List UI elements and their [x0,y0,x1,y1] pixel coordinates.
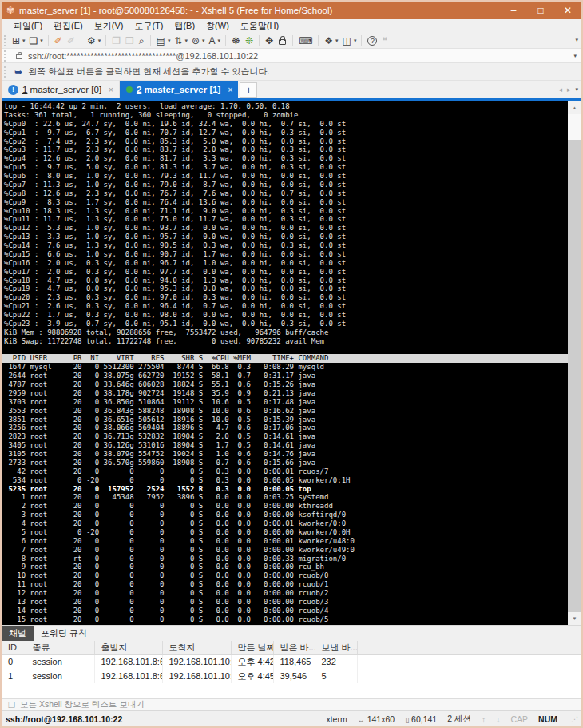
column-header[interactable]: 출발지 [94,641,162,654]
column-header[interactable]: ID [2,641,26,654]
toolbar-separator [150,35,151,46]
scroll-up-icon[interactable]: ▲ [568,101,581,114]
dropdown-caret-icon[interactable]: ▾ [218,38,221,44]
column-header[interactable]: 종류 [26,641,94,654]
terminal-line: %Cpu9 : 8.3 us, 1.7 sy, 0.0 ni, 76.4 id,… [4,198,568,207]
terminal-line: 13 root 20 0 0 0 0 S 0.0 0.0 0:00.00 rcu… [4,598,568,607]
maximize-button[interactable]: □ [527,2,554,19]
terminal-line: %Cpu4 : 12.6 us, 2.0 sy, 0.0 ni, 81.7 id… [4,154,568,163]
channel-table: ID종류출발지도착지만든 날짜받은 바...보낸 바... 0 session … [2,641,581,698]
channel-row[interactable]: 0 session 192.168.101.8:63... 192.168.10… [2,654,581,669]
address-input[interactable]: ssh://root:*****************************… [28,51,569,61]
cell-created: 오후 4:45... [231,669,273,683]
scroll-down-indicator-icon[interactable]: ↓ [496,714,500,724]
terminal-line: top - 16:44:42 up 2 min, 2 users, load a… [4,102,568,111]
terminal-line: %Cpu0 : 22.6 us, 24.7 sy, 0.0 ni, 19.6 i… [4,120,568,129]
panel-tab-strip: 채널포워딩 규칙 [2,626,581,641]
tab-scroll-right-icon[interactable]: ▸ [567,86,571,93]
terminal-line: %Cpu16 : 2.0 us, 0.3 sy, 0.0 ni, 96.7 id… [4,259,568,268]
info-bar-grip[interactable] [4,66,7,78]
caps-lock-indicator: CAP [510,714,528,724]
dropdown-caret-icon[interactable]: ▾ [22,38,26,44]
help-button: ? [365,36,379,46]
terminal-line: 3256 root 20 0 38.066g 569404 18896 S 4.… [4,424,568,432]
column-header[interactable]: 보낸 바... [315,641,357,654]
menu-item[interactable]: 탭(B) [169,19,200,33]
menu-item[interactable]: 도움말(H) [235,19,284,33]
toolbar-separator [48,35,49,46]
resize-grip-icon[interactable]: ⋰ [571,715,578,723]
toolbar: ⊞ ▾ ❏ ▾ [2,33,581,48]
dropdown-caret-icon[interactable]: ▾ [354,38,357,44]
column-header[interactable] [357,641,581,654]
address-history-caret[interactable]: ▾ [569,53,581,59]
session-tab-1[interactable]: ! 1 master_server [0] × [2,81,120,98]
toolbar-grip[interactable] [4,35,7,46]
terminal-line: 5 root 0 -20 0 0 0 S 0.0 0.0 0:00.00 kwo… [4,528,568,537]
virtual-keyboard-button: ⌨ [296,34,315,48]
add-session-arrow-icon[interactable]: ➥ [14,66,22,78]
session-tab-2[interactable]: 2 master_server [1] × [120,81,238,98]
multi-window-icon: ❐ [8,701,15,710]
address-bar-grip[interactable] [4,50,7,62]
terminal-line: %Cpu18 : 4.7 us, 0.0 sy, 0.0 ni, 94.0 id… [4,276,568,285]
panel-tab[interactable]: 채널 [2,626,34,641]
scroll-up-indicator-icon[interactable]: ↑ [482,714,486,724]
terminal-line: 7 root 20 0 0 0 0 S 0.0 0.0 0:00.00 kwor… [4,546,568,555]
terminal-line: %Cpu8 : 12.6 us, 2.3 sy, 0.0 ni, 76.7 id… [4,189,568,198]
terminal-line: 6 root 20 0 0 0 0 S 0.0 0.0 0:00.01 kwor… [4,537,568,546]
column-header[interactable]: 도착지 [162,641,231,654]
menu-item[interactable]: 파일(F) [8,19,48,33]
connect-button: ✐ [52,34,65,48]
tab-scroll-left-icon[interactable]: ◂ [558,86,562,93]
terminal-scrollbar[interactable]: ▲ ▼ [568,101,581,625]
terminal-line: 14 root 20 0 0 0 0 S 0.0 0.0 0:00.00 rcu… [4,607,568,615]
terminal-line: 4 root 20 0 0 0 0 S 0.0 0.0 0:00.01 kwor… [4,519,568,528]
title-bar[interactable]: ✾ master_server [1] - root@500080126458:… [2,2,581,19]
menu-item[interactable]: 보기(V) [89,19,129,33]
web-browser-button: ⊚ ▾ [189,34,207,48]
lock-icon[interactable] [279,39,286,45]
dropdown-caret-icon[interactable]: ▾ [168,38,171,44]
panel-tab[interactable]: 포워딩 규칙 [34,626,94,641]
print-button: ▤ ▾ [154,34,173,48]
minimize-button[interactable]: – [500,2,527,19]
column-header[interactable]: 만든 날짜 [231,641,273,654]
dropdown-caret-icon[interactable]: ▾ [184,38,188,44]
terminal-line: KiB Mem : 98806928 total, 90288656 free,… [4,328,568,337]
column-header[interactable]: 받은 바... [273,641,315,654]
connected-dot-icon [126,86,133,93]
tab-close-icon[interactable]: × [105,86,113,94]
new-window-button: ❖ ▾ [322,34,339,48]
dropdown-caret-icon[interactable]: ▾ [98,38,101,44]
cell-created: 오후 4:42... [231,654,273,669]
tab-close-icon[interactable]: × [224,86,232,94]
scroll-down-icon[interactable]: ▼ [568,612,581,625]
channel-row[interactable]: 1 session 192.168.101.8:63... 192.168.10… [2,669,581,683]
fullscreen-button: ✥ [263,34,276,48]
terminal-line: %Cpu15 : 6.6 us, 1.0 sy, 0.0 ni, 90.7 id… [4,250,568,259]
terminal-line: %Cpu3 : 11.7 us, 2.3 sy, 0.0 ni, 83.7 id… [4,145,568,154]
close-button[interactable]: ✕ [554,2,581,19]
new-tab-button[interactable]: + [240,82,257,98]
dropdown-caret-icon[interactable]: ▾ [202,38,205,44]
terminal-output[interactable]: top - 16:44:42 up 2 min, 2 users, load a… [2,101,581,625]
cell-received-bytes: 118,465 [273,654,315,669]
cell-id: 0 [2,654,26,669]
cell-kind: session [26,669,94,683]
menu-item[interactable]: 창(W) [200,19,235,33]
session-count: 2 세션 [447,714,471,725]
terminal-line: %Cpu21 : 2.6 us, 0.3 sy, 0.0 ni, 96.4 id… [4,302,568,311]
terminal-line: %Cpu5 : 9.7 us, 5.0 sy, 0.0 ni, 81.3 id,… [4,163,568,172]
feedback-button: ❝ [379,34,389,48]
menu-item[interactable]: 도구(T) [129,19,169,33]
dropdown-caret-icon[interactable]: ▾ [335,38,339,44]
info-bar: ➥ 왼쪽 화살표 버튼을 클릭하면 현재 세션을 추가할 수 있습니다. [2,63,581,81]
toolbar-overflow-caret[interactable]: ▾ [575,37,578,43]
scrollbar-thumb[interactable] [568,114,581,140]
dropdown-caret-icon[interactable]: ▾ [40,38,43,44]
menu-item[interactable]: 편집(E) [48,19,89,33]
toolbar-separator [259,35,260,46]
send-text-input[interactable]: 모든 Xshell 창으로 텍스트 보내기 [20,699,145,710]
tab-list-caret[interactable]: ▾ [575,86,578,93]
